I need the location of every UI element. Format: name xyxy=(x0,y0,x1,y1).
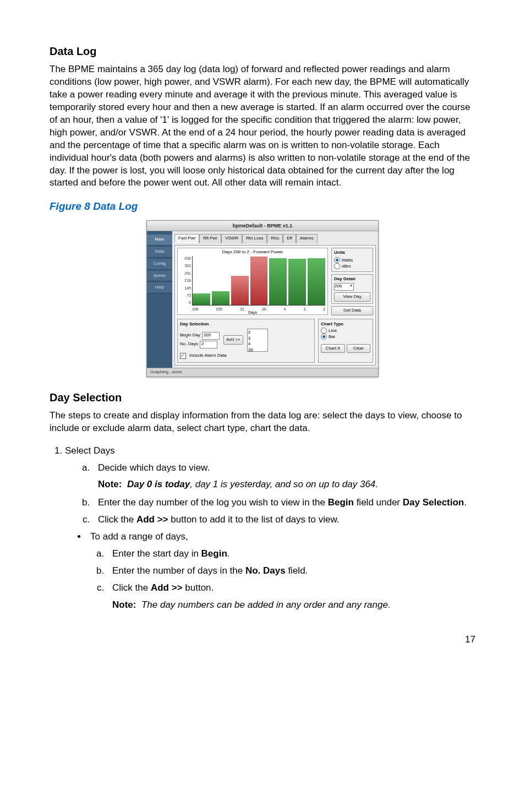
bar xyxy=(212,291,229,305)
list-item[interactable]: 30 xyxy=(248,347,267,352)
ytick: 0 xyxy=(189,300,191,305)
radio-watts[interactable]: Watts xyxy=(334,257,370,263)
chart-title: Days 206 to 2 - Forward Power xyxy=(178,248,327,257)
text: Click the xyxy=(98,514,136,525)
begin-day-label: Begin Day xyxy=(180,333,200,339)
tab-rtn-loss[interactable]: Rtn Loss xyxy=(242,234,267,243)
text: Click the xyxy=(112,582,151,593)
heading-day-selection: Day Selection xyxy=(50,390,475,405)
note-text: The day numbers can be added in any orde… xyxy=(141,600,391,610)
add-button[interactable]: Add >> xyxy=(223,335,243,345)
bold: Add >> xyxy=(151,582,183,593)
bold: Add >> xyxy=(136,514,168,525)
app-window: bpmeDefault - BPME v1.1 Main Stats Confi… xyxy=(146,220,379,377)
text: Enter the number of days in the xyxy=(112,565,245,576)
page-number: 17 xyxy=(50,634,475,646)
days-listbox[interactable]: 2 3 4 30 xyxy=(247,329,268,352)
window-title: bpmeDefault - BPME v1.1 xyxy=(147,221,378,231)
tab-strip: Fwd Pwr Rfl Pwr VSWR Rtn Loss Rho Eff Al… xyxy=(174,233,376,243)
checkbox-icon xyxy=(180,353,186,359)
day-selection-panel: Day Selection Begin Day 205 No. Days xyxy=(177,319,315,363)
bold: Begin xyxy=(201,548,227,559)
bold: Begin xyxy=(328,497,354,508)
bar xyxy=(269,258,287,305)
radio-line[interactable]: Line xyxy=(321,328,370,334)
chart-it-button[interactable]: Chart It xyxy=(321,344,345,353)
units-title: Units xyxy=(334,250,370,256)
list-item[interactable]: 2 xyxy=(248,330,267,336)
text: . xyxy=(464,497,467,508)
list-item[interactable]: 3 xyxy=(248,336,267,342)
data-log-paragraph: The BPME maintains a 365 day log (data l… xyxy=(50,63,475,189)
bar xyxy=(288,259,306,305)
ytick: 218 xyxy=(184,278,191,283)
include-label: Include Alarm Data xyxy=(189,353,227,359)
tab-rfl-pwr[interactable]: Rfl Pwr xyxy=(199,234,221,243)
bullet-text: To add a range of days, xyxy=(90,531,188,542)
tab-eff[interactable]: Eff xyxy=(283,234,296,243)
bar xyxy=(308,258,325,305)
range-c: Click the Add >> button. Note: The day n… xyxy=(107,582,475,612)
step-1b: Enter the day number of the log you wish… xyxy=(92,497,475,509)
text: field. xyxy=(286,565,308,576)
sidebar-main[interactable]: Main xyxy=(147,235,172,246)
text: button. xyxy=(183,582,214,593)
clear-button[interactable]: Clear xyxy=(347,344,371,353)
day-detail-panel: Day Detail 206 View Day xyxy=(331,274,373,304)
ytick: 73 xyxy=(187,293,191,298)
include-alarm-checkbox[interactable]: Include Alarm Data xyxy=(180,353,312,359)
step-1: Select Days Decide which days to view. N… xyxy=(65,445,475,612)
text: Enter the day number of the log you wish… xyxy=(98,497,328,508)
begin-day-input[interactable]: 205 xyxy=(202,332,220,340)
text: Enter the start day in xyxy=(112,548,201,559)
radio-label: Watts xyxy=(342,257,353,262)
no-days-input[interactable]: 2 xyxy=(200,341,217,348)
tab-alarms[interactable]: Alarms xyxy=(296,234,318,243)
range-a: Enter the start day in Begin. xyxy=(107,548,475,560)
ytick: 145 xyxy=(184,286,191,291)
get-data-button[interactable]: Get Data xyxy=(331,306,373,315)
day-selection-intro: The steps to create and display informat… xyxy=(50,410,475,435)
text: . xyxy=(227,548,230,559)
ytick: 363 xyxy=(184,263,191,268)
radio-label: dBm xyxy=(342,264,351,269)
step-1c: Click the Add >> button to add it to the… xyxy=(92,514,475,526)
ytick: 436 xyxy=(184,256,191,261)
tab-rho[interactable]: Rho xyxy=(267,234,283,243)
radio-dbm[interactable]: dBm xyxy=(334,263,370,269)
chart-type-title: Chart Type xyxy=(321,321,370,328)
day-detail-title: Day Detail xyxy=(334,276,370,282)
note-strong: Day 0 is today xyxy=(127,479,190,489)
heading-data-log: Data Log xyxy=(50,44,475,59)
sidebar-help[interactable]: Help xyxy=(147,282,172,293)
step-1-label: Select Days xyxy=(65,445,115,456)
view-day-button[interactable]: View Day xyxy=(334,292,370,302)
list-item[interactable]: 4 xyxy=(248,341,267,347)
text: button to add it to the list of days to … xyxy=(168,514,340,525)
day-detail-select[interactable]: 206 xyxy=(334,283,354,291)
screenshot-figure: bpmeDefault - BPME v1.1 Main Stats Confi… xyxy=(50,220,475,377)
bold: No. Days xyxy=(245,565,286,576)
tab-vswr[interactable]: VSWR xyxy=(221,234,242,243)
text: field under xyxy=(354,497,403,508)
chart-area: Days 206 to 2 - Forward Power 436 363 29… xyxy=(177,248,328,315)
radio-bar[interactable]: Bar xyxy=(321,334,370,340)
sidebar-admin[interactable]: Admin xyxy=(147,271,172,282)
note-rest: , day 1 is yesterday, and so on up to da… xyxy=(190,479,378,489)
radio-label: Bar xyxy=(329,334,335,339)
note-2: Note: The day numbers can be added in an… xyxy=(112,599,475,612)
sidebar-config[interactable]: Config xyxy=(147,259,172,270)
bar xyxy=(231,276,249,305)
tab-fwd-pwr[interactable]: Fwd Pwr xyxy=(174,234,199,243)
bar xyxy=(193,293,210,304)
note-label: Note: xyxy=(98,479,122,489)
sidebar-stats[interactable]: Stats xyxy=(147,247,172,258)
day-selection-title: Day Selection xyxy=(180,321,312,328)
range-bullet: To add a range of days, Enter the start … xyxy=(87,531,475,612)
radio-label: Line xyxy=(329,328,337,333)
note-label: Note: xyxy=(112,600,136,610)
step-1a-text: Decide which days to view. xyxy=(98,462,210,473)
bar xyxy=(250,257,268,305)
bold: Day Selection xyxy=(403,497,464,508)
note-1: Note: Day 0 is today, day 1 is yesterday… xyxy=(98,478,475,491)
